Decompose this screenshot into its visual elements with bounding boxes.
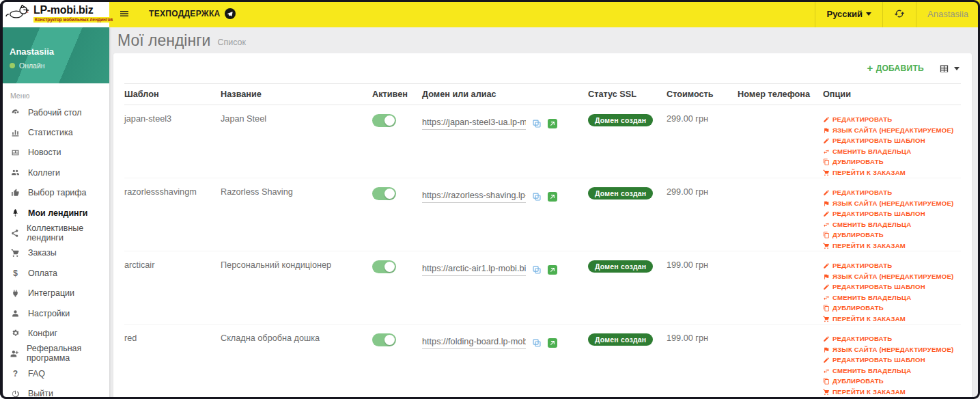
- option-link[interactable]: ПЕРЕЙТИ К ЗАКАЗАМ: [823, 387, 958, 398]
- landing-icon: [10, 208, 20, 217]
- sidebar-item-orders[interactable]: Заказы: [0, 243, 109, 263]
- copy-domain-icon[interactable]: [532, 338, 542, 348]
- language-selector[interactable]: Русский: [815, 0, 882, 27]
- option-link[interactable]: ДУБЛИРОВАТЬ: [823, 230, 958, 240]
- domain-input[interactable]: [422, 264, 526, 276]
- refresh-button[interactable]: [882, 0, 916, 27]
- open-site-icon[interactable]: [548, 265, 557, 275]
- cart-icon: [10, 249, 20, 258]
- cart-icon: [823, 389, 830, 396]
- option-link[interactable]: РЕДАКТИРОВАТЬ: [823, 188, 958, 198]
- table-header-row: Шаблон Название Активен Домен или алиас …: [124, 84, 961, 105]
- option-link[interactable]: РЕДАКТИРОВАТЬ: [823, 261, 958, 271]
- domain-input[interactable]: [422, 191, 526, 203]
- active-toggle[interactable]: [372, 187, 396, 200]
- open-site-icon[interactable]: [548, 338, 557, 348]
- option-link[interactable]: РЕДАКТИРОВАТЬ: [823, 115, 958, 125]
- support-label: ТЕХПОДДЕРЖКА: [149, 9, 221, 18]
- price-cell: 199.00 грн: [667, 260, 708, 270]
- view-mode-dropdown[interactable]: [939, 64, 960, 74]
- open-site-icon[interactable]: [548, 192, 557, 202]
- option-label: ПЕРЕЙТИ К ЗАКАЗАМ: [832, 241, 906, 251]
- option-link[interactable]: СМЕНИТЬ ВЛАДЕЛЬЦА: [823, 366, 958, 376]
- logo-title: LP-mobi.biz: [33, 5, 114, 16]
- active-toggle[interactable]: [372, 114, 396, 127]
- duplicate-icon: [823, 378, 830, 385]
- current-user-button[interactable]: Anastasiia: [916, 0, 980, 27]
- copy-domain-icon[interactable]: [532, 192, 542, 202]
- sidebar-item-dashboard[interactable]: Рабочий стол: [0, 102, 109, 122]
- option-link[interactable]: ПЕРЕЙТИ К ЗАКАЗАМ: [823, 314, 958, 325]
- option-label: ДУБЛИРОВАТЬ: [832, 157, 884, 167]
- option-link[interactable]: СМЕНИТЬ ВЛАДЕЛЬЦА: [823, 147, 958, 157]
- sidebar-item-referral[interactable]: Реферальная программа: [0, 344, 109, 363]
- logo-subtitle: Конструктор мобильных лендингов: [33, 17, 114, 23]
- sidebar-item-news[interactable]: Новости: [0, 143, 109, 163]
- option-link[interactable]: ПЕРЕЙТИ К ЗАКАЗАМ: [823, 241, 958, 251]
- option-link[interactable]: ДУБЛИРОВАТЬ: [823, 303, 958, 314]
- sidebar-item-label: Заказы: [28, 248, 57, 258]
- sidebar-item-statistics[interactable]: Статистика: [0, 122, 109, 142]
- options-cell: РЕДАКТИРОВАТЬ ЯЗЫК САЙТА (НЕРЕДАКТИРУЕМО…: [823, 114, 958, 178]
- option-link[interactable]: ДУБЛИРОВАТЬ: [823, 157, 958, 167]
- sidebar-item-payment[interactable]: $ Оплата: [0, 263, 109, 283]
- hamburger-menu-button[interactable]: [109, 0, 139, 27]
- option-link[interactable]: СМЕНИТЬ ВЛАДЕЛЬЦА: [823, 293, 958, 303]
- options-cell: РЕДАКТИРОВАТЬ ЯЗЫК САЙТА (НЕРЕДАКТИРУЕМО…: [823, 333, 958, 397]
- option-link[interactable]: ЯЗЫК САЙТА (НЕРЕДАКТИРУЕМОЕ): [823, 345, 958, 355]
- online-status-dot: [10, 63, 15, 68]
- name-cell: Персональний кондиціонер: [221, 260, 331, 270]
- sidebar-item-integrations[interactable]: Интеграции: [0, 284, 109, 303]
- option-link[interactable]: ЯЗЫК САЙТА (НЕРЕДАКТИРУЕМОЕ): [823, 272, 958, 282]
- sidebar-user-panel: Anastasiia Онлайн: [0, 27, 109, 83]
- option-link[interactable]: РЕДАКТИРОВАТЬ ШАБЛОН: [823, 209, 958, 219]
- tech-support-button[interactable]: ТЕХПОДДЕРЖКА: [139, 0, 245, 27]
- active-toggle[interactable]: [372, 260, 396, 273]
- sidebar-item-label: Выйти: [28, 389, 53, 398]
- cart-icon: [823, 169, 830, 176]
- ssl-status-badge: Домен создан: [588, 114, 653, 126]
- sidebar-item-settings[interactable]: Настройки: [0, 303, 109, 323]
- copy-domain-icon[interactable]: [532, 265, 542, 275]
- sidebar-item-label: Коллеги: [28, 168, 60, 178]
- domain-input[interactable]: [422, 337, 526, 349]
- price-cell: 299.00 грн: [667, 114, 708, 124]
- add-landing-button[interactable]: + ДОБАВИТЬ: [867, 63, 924, 74]
- sidebar-item-label: Оплата: [28, 269, 57, 278]
- option-label: РЕДАКТИРОВАТЬ: [832, 261, 892, 271]
- option-link[interactable]: РЕДАКТИРОВАТЬ ШАБЛОН: [823, 136, 958, 146]
- copy-domain-icon[interactable]: [532, 119, 542, 128]
- sidebar-item-collective-landings[interactable]: Коллективные лендинги: [0, 223, 109, 243]
- active-toggle[interactable]: [372, 333, 396, 346]
- share-icon: [10, 229, 19, 238]
- option-link[interactable]: СМЕНИТЬ ВЛАДЕЛЬЦА: [823, 220, 958, 230]
- edit-icon: [823, 262, 830, 269]
- option-label: ДУБЛИРОВАТЬ: [832, 230, 884, 240]
- option-link[interactable]: РЕДАКТИРОВАТЬ ШАБЛОН: [823, 282, 958, 292]
- duplicate-icon: [823, 305, 830, 312]
- gears-icon: [10, 329, 20, 338]
- edit-icon: [823, 284, 830, 290]
- open-site-icon[interactable]: [548, 119, 557, 128]
- landings-table: Шаблон Название Активен Домен или алиас …: [124, 83, 961, 399]
- option-link[interactable]: РЕДАКТИРОВАТЬ: [823, 334, 958, 344]
- domain-input[interactable]: [422, 118, 526, 130]
- option-link[interactable]: ДУБЛИРОВАТЬ: [823, 376, 958, 387]
- sidebar-item-colleagues[interactable]: Коллеги: [0, 163, 109, 182]
- col-options: Опции: [823, 84, 961, 105]
- sidebar-item-logout[interactable]: Выйти: [0, 383, 109, 399]
- option-label: РЕДАКТИРОВАТЬ ШАБЛОН: [832, 355, 925, 366]
- sidebar-item-config[interactable]: Конфиг: [0, 323, 109, 343]
- swap-icon: [823, 221, 830, 228]
- option-link[interactable]: ЯЗЫК САЙТА (НЕРЕДАКТИРУЕМОЕ): [823, 199, 958, 209]
- sidebar-item-label: Рабочий стол: [28, 108, 81, 118]
- sidebar-item-my-landings[interactable]: Мои лендинги: [0, 203, 109, 223]
- logo[interactable]: LP-mobi.biz Конструктор мобильных лендин…: [0, 0, 109, 27]
- option-link[interactable]: РЕДАКТИРОВАТЬ ШАБЛОН: [823, 355, 958, 366]
- option-link[interactable]: ПЕРЕЙТИ К ЗАКАЗАМ: [823, 168, 958, 178]
- ssl-status-badge: Домен создан: [588, 260, 653, 273]
- sidebar-item-tariff[interactable]: Выбор тарифа: [0, 183, 109, 203]
- option-link[interactable]: ЯЗЫК САЙТА (НЕРЕДАКТИРУЕМОЕ): [823, 126, 958, 136]
- sidebar-item-faq[interactable]: ? FAQ: [0, 363, 109, 383]
- option-label: ПЕРЕЙТИ К ЗАКАЗАМ: [832, 387, 906, 398]
